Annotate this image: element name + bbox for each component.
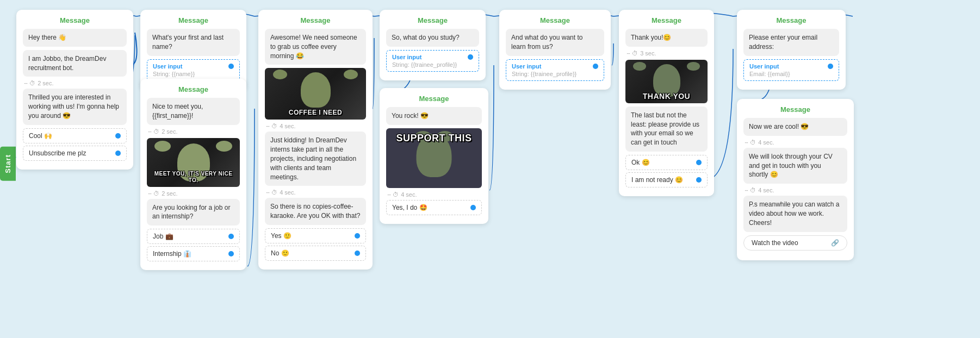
card3-msg3: So there is no copies-coffee-karaoke. Ar…: [265, 198, 366, 225]
card2-input-dot: [228, 64, 234, 69]
card6-ok-dot: [696, 160, 702, 165]
card4-msg1: So, what do you study?: [386, 29, 479, 47]
card3-timer2: ··· ⏱ 4 sec.: [265, 189, 366, 196]
card1-msg3: Thrilled you are interested in working w…: [23, 89, 127, 124]
card4b-meme-text: SUPPORT THIS: [386, 130, 482, 147]
message-card-7: Message Please enter your email address:…: [737, 10, 846, 90]
card4-input-value: String: {{trainee_profile}}: [392, 61, 473, 68]
card7b-title: Message: [743, 105, 847, 114]
card6-timer1: ··· ⏱ 3 sec.: [625, 50, 708, 57]
card3-timer1: ··· ⏱ 4 sec.: [265, 123, 366, 129]
card2b-job-dot: [228, 234, 234, 239]
card6-msg1: Thank you!😊: [625, 29, 708, 47]
card5-msg1: And what do you want to learn from us?: [506, 29, 604, 56]
card3-meme-text: COFFEE I NEED: [287, 107, 345, 118]
message-card-4b: Message You rock! 😎 SUPPORT THIS ··· ⏱ 4…: [380, 88, 488, 224]
card6-meme-text: THANK YOU: [625, 90, 708, 103]
card3-choice-no[interactable]: No 🙂: [265, 246, 366, 261]
message-card-7b: Message Now we are cool! 😎 ··· ⏱ 4 sec. …: [737, 99, 854, 260]
card7b-timer2: ··· ⏱ 4 sec.: [743, 187, 847, 193]
card3-no-dot: [355, 251, 360, 256]
card7b-msg3: P.s meanwhile you can watch a video abou…: [743, 196, 847, 231]
card3-meme: COFFEE I NEED: [265, 68, 366, 120]
card2-input-value: String: {{name}}: [153, 71, 234, 77]
message-card-6: Message Thank you!😊 ··· ⏱ 3 sec. THANK Y…: [619, 10, 714, 196]
card2b-meme-text: MEET YOU, IT'S VERY NICE TO.: [147, 168, 240, 186]
canvas: Start Message Hey there 👋 I am Jobbo, th…: [0, 0, 980, 338]
card7-input-dot: [828, 64, 833, 69]
card1-choice-unsub[interactable]: Unsubscribe me plz: [23, 146, 127, 161]
card2b-msg1: Nice to meet you, {{first_name}}!: [147, 98, 240, 125]
card2-title: Message: [147, 16, 240, 24]
card4b-choice-yes[interactable]: Yes, I do 🤩: [386, 200, 482, 215]
card7-title: Message: [743, 16, 839, 24]
message-card-1: Message Hey there 👋 I am Jobbo, the Drea…: [16, 10, 133, 170]
card3-title: Message: [265, 16, 366, 24]
card2-msg1: What's your first and last name?: [147, 29, 240, 56]
card2-user-input[interactable]: User input String: {{name}}: [147, 59, 240, 81]
card1-title: Message: [23, 16, 127, 24]
card6-meme: THANK YOU: [625, 60, 708, 103]
card2b-choice-internship[interactable]: Internship 👔: [147, 246, 240, 261]
card3-choice-yes[interactable]: Yes 🙂: [265, 228, 366, 243]
card1-choice2-dot: [115, 151, 121, 156]
card1-timer1: ··· ⏱ 2 sec.: [23, 80, 127, 86]
card7-input-value: Email: {{email}}: [749, 71, 833, 77]
card7-user-input[interactable]: User input Email: {{email}}: [743, 59, 839, 81]
card2b-msg2: Are you looking for a job or an internsh…: [147, 199, 240, 226]
card2b-title: Message: [147, 85, 240, 93]
card1-choice-cool[interactable]: Cool 🙌: [23, 128, 127, 143]
card6-choice-notready[interactable]: I am not ready 😊: [625, 172, 708, 187]
card7b-timer1: ··· ⏱ 4 sec.: [743, 139, 847, 146]
card1-msg2: I am Jobbo, the DreamDev recruitment bot…: [23, 50, 127, 77]
card4b-msg1: You rock! 😎: [386, 107, 482, 125]
card2b-meme: MEET YOU, IT'S VERY NICE TO.: [147, 138, 240, 187]
message-card-2b: Message Nice to meet you, {{first_name}}…: [140, 79, 246, 270]
message-card-5: Message And what do you want to learn fr…: [499, 10, 611, 90]
card7-msg1: Please enter your email address:: [743, 29, 839, 56]
card2b-choice-job[interactable]: Job 💼: [147, 229, 240, 244]
card6-title: Message: [625, 16, 708, 24]
card7b-msg1: Now we are cool! 😎: [743, 118, 847, 136]
card4b-yes-dot: [470, 205, 476, 210]
card6-msg2: The last but not the least: please provi…: [625, 107, 708, 152]
card5-title: Message: [506, 16, 604, 24]
watch-video-button[interactable]: Watch the video 🔗: [743, 235, 847, 251]
card4-user-input[interactable]: User input String: {{trainee_profile}}: [386, 50, 479, 72]
card4b-title: Message: [386, 95, 482, 103]
card2b-timer2: ··· ⏱ 2 sec.: [147, 190, 240, 197]
card2b-timer1: ··· ⏱ 2 sec.: [147, 128, 240, 135]
card2b-internship-dot: [228, 251, 234, 256]
card4-title: Message: [386, 16, 479, 24]
card6-notready-dot: [696, 177, 702, 183]
card3-msg1: Awesome! We need someone to grab us coff…: [265, 29, 366, 65]
card6-choice-ok[interactable]: Ok 😊: [625, 155, 708, 170]
card3-msg2: Just kidding! In DreamDev interns take p…: [265, 132, 366, 186]
card5-input-dot: [593, 64, 598, 69]
message-card-4: Message So, what do you study? User inpu…: [380, 10, 486, 80]
card3-yes-dot: [355, 233, 360, 239]
card4b-timer1: ··· ⏱ 4 sec.: [386, 191, 482, 198]
card5-input-value: String: {{trainee_profile}}: [512, 71, 598, 77]
message-card-2: Message What's your first and last name?…: [140, 10, 246, 90]
card4-input-dot: [468, 54, 473, 60]
card1-choice1-dot: [115, 133, 121, 139]
start-button[interactable]: Start: [0, 147, 16, 181]
card7b-msg2: We will look through your CV and get in …: [743, 148, 847, 184]
card4b-meme: SUPPORT THIS: [386, 128, 482, 188]
card5-user-input[interactable]: User input String: {{trainee_profile}}: [506, 59, 604, 81]
card1-msg1: Hey there 👋: [23, 29, 127, 47]
message-card-3: Message Awesome! We need someone to grab…: [258, 10, 373, 270]
